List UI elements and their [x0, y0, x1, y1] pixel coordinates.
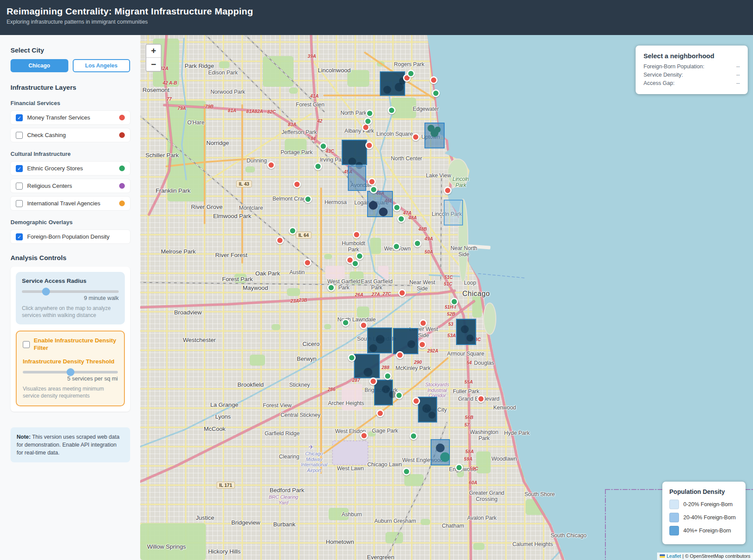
density-square[interactable] — [424, 123, 445, 148]
density-square[interactable] — [380, 71, 405, 96]
layer-checkbox[interactable] — [16, 132, 23, 139]
density-filter-label: Enable Infrastructure Density Filter — [34, 337, 118, 352]
money-transfer-marker[interactable] — [419, 319, 427, 327]
ethnic-grocery-marker[interactable] — [407, 70, 415, 77]
layer-label: Money Transfer Services — [27, 114, 90, 121]
ethnic-grocery-marker[interactable] — [370, 186, 378, 194]
info-row: Service Density:-- — [643, 72, 740, 78]
ethnic-grocery-marker[interactable] — [392, 243, 400, 250]
layer-checkbox[interactable]: ✓ — [16, 114, 23, 121]
money-transfer-marker[interactable] — [430, 76, 438, 84]
density-square[interactable] — [431, 439, 450, 465]
money-transfer-marker[interactable] — [398, 289, 406, 297]
layer-row[interactable]: ✓Foreign-Born Population Density — [11, 230, 130, 243]
covered-marker — [383, 86, 391, 94]
zoom-in-button[interactable]: + — [146, 45, 161, 58]
money-transfer-marker[interactable] — [365, 141, 373, 149]
ethnic-grocery-marker[interactable] — [289, 227, 297, 235]
radius-slider[interactable] — [22, 290, 119, 293]
info-row: Foreign-Born Population:-- — [643, 63, 740, 70]
money-transfer-marker[interactable] — [267, 161, 275, 169]
layer-row[interactable]: ✓Ethnic Grocery Stores — [11, 162, 130, 175]
app-header: Reimagining Centrality: Migrant Infrastr… — [0, 0, 753, 35]
ethnic-grocery-marker[interactable] — [393, 204, 401, 211]
threshold-slider[interactable] — [23, 371, 118, 373]
ethnic-grocery-marker[interactable] — [432, 89, 440, 97]
ethnic-grocery-marker[interactable] — [384, 372, 392, 380]
money-transfer-marker[interactable] — [477, 395, 485, 403]
layer-checkbox[interactable] — [16, 183, 23, 190]
layer-label: Religious Centers — [27, 183, 72, 189]
ethnic-grocery-marker[interactable] — [342, 319, 350, 327]
ethnic-grocery-marker[interactable] — [319, 142, 327, 150]
neighborhood-info-panel: Select a neighborhood Foreign-Born Popul… — [636, 46, 748, 94]
app-root: Reimagining Centrality: Migrant Infrastr… — [0, 0, 753, 560]
layer-checkbox[interactable]: ✓ — [16, 233, 23, 240]
money-transfer-marker[interactable] — [304, 259, 311, 267]
density-square[interactable] — [374, 380, 393, 405]
layer-color-dot — [119, 201, 125, 206]
ethnic-grocery-marker[interactable] — [314, 162, 322, 170]
layer-row[interactable]: International Travel Agencies — [11, 197, 130, 210]
leaflet-link[interactable]: Leaflet — [667, 553, 681, 559]
layer-row[interactable]: ✓Money Transfer Services — [11, 111, 130, 124]
ethnic-grocery-marker[interactable] — [351, 260, 359, 268]
density-filter-checkbox[interactable] — [23, 341, 30, 348]
money-transfer-marker[interactable] — [412, 397, 420, 405]
osm-credit: © OpenStreetMap contributors — [685, 553, 750, 559]
population-density-legend: Population Density 0-20% Foreign-Born20-… — [662, 482, 746, 544]
radius-title: Service Access Radius — [22, 278, 119, 284]
ethnic-grocery-marker[interactable] — [395, 391, 403, 399]
covered-marker — [376, 335, 385, 344]
ethnic-grocery-marker[interactable] — [348, 354, 356, 362]
ethnic-grocery-marker[interactable] — [356, 252, 364, 260]
density-square[interactable] — [444, 200, 463, 225]
density-square[interactable] — [418, 397, 437, 423]
density-square[interactable] — [348, 166, 366, 191]
ethnic-grocery-marker[interactable] — [366, 109, 374, 117]
money-transfer-marker[interactable] — [353, 231, 361, 239]
ethnic-grocery-marker[interactable] — [388, 106, 396, 114]
money-transfer-marker[interactable] — [418, 341, 426, 349]
city-button-chicago[interactable]: Chicago — [11, 59, 68, 72]
density-square[interactable] — [342, 140, 367, 165]
density-square[interactable] — [367, 191, 393, 217]
ukraine-flag-icon — [660, 554, 665, 558]
money-transfer-marker[interactable] — [368, 178, 376, 186]
select-city-heading: Select City — [11, 46, 130, 54]
ethnic-grocery-marker[interactable] — [450, 298, 458, 306]
map-canvas[interactable]: Park RidgeRosemontEdison ParkRogers Park… — [140, 35, 753, 560]
layer-checkbox[interactable]: ✓ — [16, 165, 23, 172]
density-square[interactable] — [456, 319, 476, 345]
ethnic-grocery-marker[interactable] — [403, 468, 410, 475]
density-square[interactable] — [354, 354, 380, 378]
money-transfer-marker[interactable] — [293, 180, 301, 188]
money-transfer-marker[interactable] — [412, 133, 420, 141]
money-transfer-marker[interactable] — [444, 187, 452, 194]
money-transfer-marker[interactable] — [376, 409, 384, 417]
density-square[interactable] — [367, 328, 392, 353]
ethnic-grocery-marker[interactable] — [414, 239, 421, 247]
ethnic-grocery-marker[interactable] — [327, 284, 335, 292]
money-transfer-marker[interactable] — [369, 377, 377, 385]
money-transfer-marker[interactable] — [360, 321, 368, 329]
ethnic-grocery-marker[interactable] — [455, 464, 463, 472]
legend-swatch — [669, 526, 679, 535]
zoom-out-button[interactable]: − — [146, 58, 161, 71]
density-square[interactable] — [393, 328, 418, 354]
service-access-radius-panel: Service Access Radius 9 minute walk Clic… — [16, 272, 125, 324]
money-transfer-marker[interactable] — [276, 236, 284, 244]
ethnic-grocery-marker[interactable] — [410, 432, 417, 440]
layer-row[interactable]: Check Cashing — [11, 128, 130, 142]
ethnic-grocery-marker[interactable] — [304, 195, 312, 203]
layer-label: Check Cashing — [27, 132, 66, 138]
ethnic-grocery-marker[interactable] — [397, 215, 405, 223]
layer-checkbox[interactable] — [16, 200, 23, 207]
money-transfer-marker[interactable] — [396, 351, 404, 359]
city-button-los-angeles[interactable]: Los Angeles — [73, 59, 131, 72]
ethnic-grocery-marker[interactable] — [364, 117, 372, 125]
money-transfer-marker[interactable] — [360, 432, 368, 440]
covered-marker — [461, 325, 469, 333]
threshold-slider-thumb[interactable] — [67, 368, 74, 376]
layer-row[interactable]: Religious Centers — [11, 179, 130, 193]
